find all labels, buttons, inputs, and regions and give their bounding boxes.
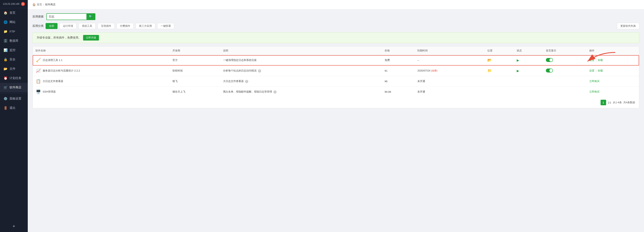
app-name: SSH管理器 (43, 90, 56, 93)
help-icon[interactable]: ? (245, 80, 248, 83)
sidebar-item-logout[interactable]: 🚪 退出 (0, 103, 28, 113)
security-icon: 🔒 (4, 58, 8, 61)
app-price: 免费 (382, 55, 415, 66)
app-description: 一键清理指定日志和系统垃圾 (220, 55, 382, 66)
server-ip: 119.23.139.149 (3, 3, 19, 5)
app-name-cell: 🖥️ SSH管理器 (33, 87, 170, 97)
category-btn-runtime[interactable]: 运行环境 (60, 23, 76, 29)
app-price: ¥1 (382, 66, 415, 76)
breadcrumb-separator: / (43, 3, 44, 6)
category-label: 应用分类 (32, 24, 44, 28)
app-status (514, 87, 543, 97)
category-btn-onekey[interactable]: 一键部署 (157, 23, 174, 29)
app-actions: 立即购买 (586, 87, 639, 97)
pagination-row: 1 1/1 从1-4条 共4条数据 (33, 97, 639, 108)
app-location: 📂 (484, 55, 514, 66)
pagination-total: 共4条数据 (624, 101, 635, 104)
renew-tag[interactable]: (续费) (431, 69, 438, 72)
sidebar-item-label: 监控 (10, 48, 16, 52)
sidebar-add-button[interactable]: + (0, 220, 28, 232)
app-developer: 牧飞 (170, 76, 220, 87)
search-button[interactable]: 🔍 (86, 14, 95, 20)
buy-link[interactable]: 立即购买 (589, 90, 600, 93)
files-icon: 📂 (4, 67, 8, 71)
app-name-cell: 📈 服务器日志分析与流量统计 2.2.2 (33, 66, 170, 76)
breadcrumb-home-label[interactable]: 首页 (37, 3, 42, 6)
play-icon[interactable]: ▶ (517, 59, 519, 62)
sidebar-item-cron[interactable]: ⏰ 计划任务 (0, 73, 28, 83)
folder-icon[interactable]: 📂 (487, 58, 492, 62)
sidebar-item-monitor[interactable]: 📊 监控 (0, 46, 28, 55)
notification-badge[interactable]: 0 (21, 2, 25, 6)
app-name: 大日志文件查看器 (43, 79, 63, 83)
software-table: 软件名称 开发商 说明 价格 到期时间 位置 状态 首页显示 操作 (33, 47, 639, 97)
sidebar-item-files[interactable]: 📂 文件 (0, 64, 28, 73)
app-homepage-toggle (543, 76, 586, 87)
homepage-toggle[interactable] (546, 69, 553, 72)
sidebar-item-label: 面板设置 (10, 97, 22, 100)
col-name: 软件名称 (33, 47, 170, 55)
table-row: 📋 大日志文件查看器 牧飞 大日志文件查看器 ? ¥6 未开通 (33, 76, 639, 87)
buy-link[interactable]: 立即购买 (589, 80, 600, 83)
category-btn-btplugins[interactable]: 宝塔插件 (98, 23, 114, 29)
monitor-icon: 📊 (4, 48, 8, 52)
update-software-list-button[interactable]: 更新软件列表 (617, 23, 639, 29)
category-btn-paid[interactable]: 付费插件 (116, 23, 134, 29)
app-expiry: 2020/07/24 (续费) (414, 66, 484, 76)
homepage-toggle[interactable] (546, 58, 553, 62)
col-developer: 开发商 (170, 47, 220, 55)
app-icon: 📈 (36, 68, 41, 73)
sidebar-item-label: 安全 (10, 58, 16, 61)
sidebar-item-database[interactable]: 🗄️ 数据库 (0, 36, 28, 46)
sidebar-header: 119.23.139.149 0 (0, 0, 28, 8)
upgrade-banner: 升级专业版，所有插件，免费使用。 立即升级 (32, 32, 639, 43)
sidebar-item-label: 数据库 (10, 39, 18, 43)
play-icon[interactable]: ▶ (517, 69, 519, 72)
logout-icon: 🚪 (4, 106, 8, 110)
sidebar-divider (0, 93, 28, 93)
sidebar-item-security[interactable]: 🔒 安全 (0, 55, 28, 64)
category-btn-all[interactable]: 全部 (46, 23, 58, 29)
app-developer: 官方 (170, 55, 220, 66)
sidebar-item-softstore[interactable]: 🛒 软件商店 (0, 83, 28, 92)
upgrade-now-button[interactable]: 立即升级 (83, 35, 99, 41)
page-1-button[interactable]: 1 (600, 100, 606, 105)
category-btn-systools[interactable]: 系统工具 (78, 23, 96, 29)
app-location (484, 87, 514, 97)
cron-icon: ⏰ (4, 76, 8, 80)
table-row: 🧹 日志清理工具 1.1 官方 一键清理指定日志和系统垃圾 免费 -- 📂 ▶ (33, 55, 639, 66)
app-description: 大日志文件查看器 ? (220, 76, 382, 87)
app-location: 📁 (484, 66, 514, 76)
software-table-wrap: 软件名称 开发商 说明 价格 到期时间 位置 状态 首页显示 操作 (32, 46, 639, 108)
app-actions: 设置 | 卸载 (586, 55, 639, 66)
sidebar-item-home[interactable]: 🏠 首页 (0, 8, 28, 18)
toggle-knob (550, 58, 552, 62)
help-icon[interactable]: ? (274, 90, 276, 93)
app-actions: 设置 | 卸载 (586, 66, 639, 76)
settings-link[interactable]: 设置 (589, 69, 594, 72)
breadcrumb-home-icon: 🏠 (32, 3, 36, 6)
add-icon: + (13, 224, 15, 229)
content-area: 应用搜索 🔍 应用分类 全部 运行环境 系统工具 宝塔插件 付费插件 第三方应用… (28, 9, 644, 232)
search-input-wrap: 🔍 (46, 13, 95, 20)
website-icon: 🌐 (4, 20, 8, 24)
help-icon[interactable]: ? (258, 69, 261, 72)
uninstall-link[interactable]: 卸载 (598, 59, 603, 62)
settings-link[interactable]: 设置 (589, 59, 594, 62)
col-homepage: 首页显示 (543, 47, 586, 55)
sidebar-item-panel[interactable]: ⚙️ 面板设置 (0, 94, 28, 103)
search-input[interactable] (47, 14, 86, 20)
app-status (514, 76, 543, 87)
app-actions: 立即购买 (586, 76, 639, 87)
sidebar-item-label: 计划任务 (10, 76, 22, 80)
sidebar-item-ftp[interactable]: 📁 FTP (0, 27, 28, 36)
app-name-cell: 📋 大日志文件查看器 (33, 76, 170, 87)
sidebar-item-website[interactable]: 🌐 网站 (0, 18, 28, 27)
category-btn-thirdparty[interactable]: 第三方应用 (136, 23, 155, 29)
app-icon: 🧹 (36, 57, 41, 63)
search-icon: 🔍 (89, 15, 92, 19)
uninstall-link[interactable]: 卸载 (598, 69, 603, 72)
folder-icon[interactable]: 📁 (487, 69, 492, 73)
softstore-icon: 🛒 (4, 86, 8, 89)
app-price: ¥6 (382, 76, 415, 87)
